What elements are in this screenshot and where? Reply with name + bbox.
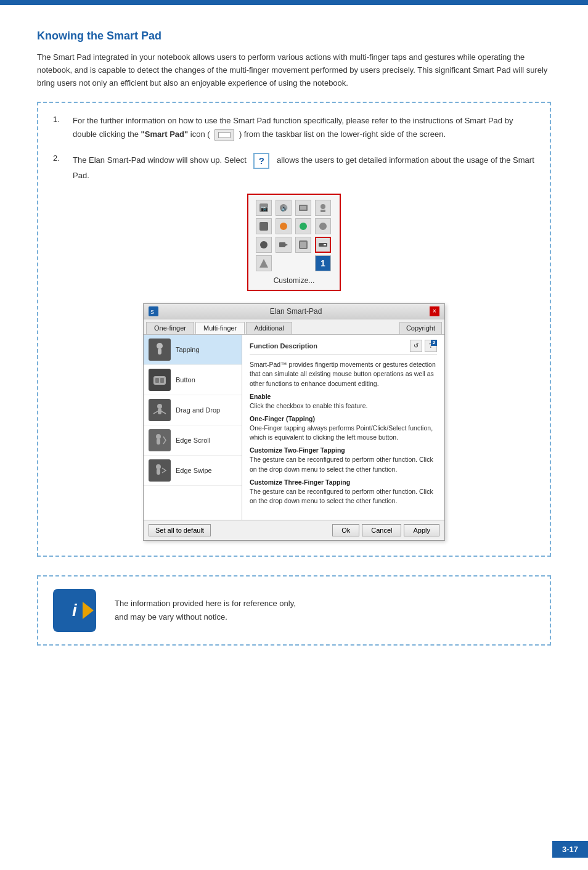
list-content-2: The Elan Smart-Pad window will show up. … <box>73 153 535 183</box>
info-icon-letter: i <box>72 601 77 620</box>
numbered-section: 1. For the further information on how to… <box>37 102 551 556</box>
systray-icon-4 <box>315 200 331 216</box>
tab-multi-finger[interactable]: Multi-finger <box>195 322 245 334</box>
item1-text-suffix: ) from the taskbar list on the lower-rig… <box>239 129 446 139</box>
tab-one-finger[interactable]: One-finger <box>146 322 194 334</box>
svg-rect-7 <box>321 210 325 212</box>
desc-text-4: The gesture can be reconfigured to perfo… <box>250 455 437 475</box>
item1-text-bold: "Smart Pad" <box>141 129 189 139</box>
instruction-list: 1. For the further information on how to… <box>53 114 535 182</box>
desc-heading-5: Customize Three-Finger Tapping <box>250 478 437 486</box>
elan-titlebar-text: Elan Smart-Pad <box>162 307 430 316</box>
svg-point-11 <box>319 223 327 230</box>
sidebar-label-edge-swipe: Edge Swipe <box>176 467 212 474</box>
svg-marker-19 <box>259 259 268 268</box>
desc-text-1: Smart-Pad™ provides fingertip movements … <box>250 360 437 389</box>
sidebar-label-edge-scroll: Edge Scroll <box>176 437 210 444</box>
section-title: Knowing the Smart Pad <box>37 30 551 43</box>
systray-icon-10 <box>276 237 292 253</box>
svg-point-12 <box>260 241 267 248</box>
item2-text-pre: The Elan Smart-Pad window will show up. … <box>73 155 247 165</box>
help-icon[interactable]: ? 2 <box>425 340 437 352</box>
svg-rect-5 <box>300 206 306 210</box>
svg-rect-25 <box>155 378 159 383</box>
set-default-button[interactable]: Set all to default <box>149 524 211 536</box>
systray-popup: 📷 🔊 <box>53 194 535 291</box>
list-content-1: For the further information on how to us… <box>73 114 535 141</box>
systray-icon-8 <box>315 218 331 234</box>
systray-icon-3 <box>295 200 311 216</box>
list-item-2: 2. The Elan Smart-Pad window will show u… <box>53 153 535 183</box>
apply-button[interactable]: Apply <box>404 524 439 536</box>
cancel-button[interactable]: Cancel <box>362 524 401 536</box>
desc-text-2: Click the checkbox to enable this featur… <box>250 401 437 411</box>
header-icons: ↺ ? 2 <box>410 340 437 352</box>
top-bar <box>0 0 588 5</box>
svg-point-29 <box>156 434 161 439</box>
edge-swipe-thumb <box>149 459 171 482</box>
refresh-icon[interactable]: ↺ <box>410 340 422 352</box>
svg-rect-16 <box>300 242 306 248</box>
svg-point-6 <box>321 204 325 209</box>
list-number-2: 2. <box>53 153 64 163</box>
sidebar-item-button[interactable]: Button <box>144 365 242 395</box>
elan-tabs: One-finger Multi-finger Additional Copyr… <box>144 319 444 335</box>
sidebar-label-drag: Drag and Drop <box>176 406 220 414</box>
systray-icon-9 <box>256 237 272 253</box>
sidebar-item-tapping[interactable]: Tapping <box>144 335 242 365</box>
elan-body: Tapping Button <box>144 335 444 520</box>
systray-icon-7 <box>295 218 311 234</box>
elan-close-button[interactable]: × <box>430 306 439 316</box>
sidebar-label-button: Button <box>176 376 195 384</box>
elan-titlebar-icon: S <box>149 306 158 316</box>
desc-heading-2: Enable <box>250 393 437 400</box>
intro-text: The Smart Pad integrated in your noteboo… <box>37 51 551 89</box>
sidebar-item-drag[interactable]: Drag and Drop <box>144 395 242 425</box>
systray-icon-5 <box>256 218 272 234</box>
elan-window: S Elan Smart-Pad × One-finger Multi-fing… <box>143 303 445 541</box>
svg-text:S: S <box>150 309 154 315</box>
systray-customize-label: Customize... <box>256 276 332 285</box>
svg-rect-23 <box>158 348 161 355</box>
desc-heading-3: One-Finger (Tapping) <box>250 415 437 422</box>
list-item-1: 1. For the further information on how to… <box>53 114 535 141</box>
elan-footer: Set all to default Ok Cancel Apply <box>144 520 444 540</box>
systray-icon-12 <box>315 237 331 253</box>
list-number-1: 1. <box>53 114 64 124</box>
item1-text-post: icon ( <box>190 129 210 139</box>
elan-left-scroll: Tapping Button <box>144 335 242 486</box>
svg-rect-32 <box>157 469 160 475</box>
sidebar-item-edge-scroll[interactable]: Edge Scroll <box>144 425 242 456</box>
info-text-line1: The information provided here is for ref… <box>115 597 296 610</box>
info-arrow <box>83 602 94 619</box>
systray-box: 📷 🔊 <box>247 194 341 291</box>
sidebar-item-edge-swipe[interactable]: Edge Swipe <box>144 456 242 486</box>
elan-list: Tapping Button <box>144 335 242 486</box>
systray-icon-1: 📷 <box>256 200 272 216</box>
ok-button[interactable]: Ok <box>332 524 359 536</box>
svg-rect-30 <box>157 438 160 445</box>
svg-text:📷: 📷 <box>261 205 268 212</box>
desc-text-3: One-Finger tapping always performs Point… <box>250 424 437 443</box>
desc-heading-4: Customize Two-Finger Tapping <box>250 446 437 454</box>
info-icon: i <box>53 589 96 632</box>
page-number: 3-17 <box>552 841 588 858</box>
smartpad-icon <box>214 129 234 141</box>
systray-icon-11 <box>295 237 311 253</box>
systray-icon-6 <box>276 218 292 234</box>
info-text-line2: and may be vary without notice. <box>115 610 296 624</box>
elan-right-header: Function Description ↺ ? 2 <box>250 340 437 355</box>
desc-text-5: The gesture can be reconfigured to perfo… <box>250 487 437 507</box>
tab-additional[interactable]: Additional <box>246 322 292 334</box>
drag-thumb <box>149 399 171 421</box>
systray-icon-number: 1 <box>315 255 331 271</box>
function-desc-title: Function Description <box>250 342 410 350</box>
svg-rect-8 <box>259 222 268 231</box>
tab-copyright[interactable]: Copyright <box>399 322 442 334</box>
svg-point-9 <box>280 223 287 230</box>
svg-rect-13 <box>279 242 285 247</box>
systray-icon-2: 🔊 <box>276 200 292 216</box>
systray-grid: 📷 🔊 <box>256 200 332 271</box>
systray-icon-13 <box>256 255 272 271</box>
info-box: i The information provided here is for r… <box>37 575 551 646</box>
